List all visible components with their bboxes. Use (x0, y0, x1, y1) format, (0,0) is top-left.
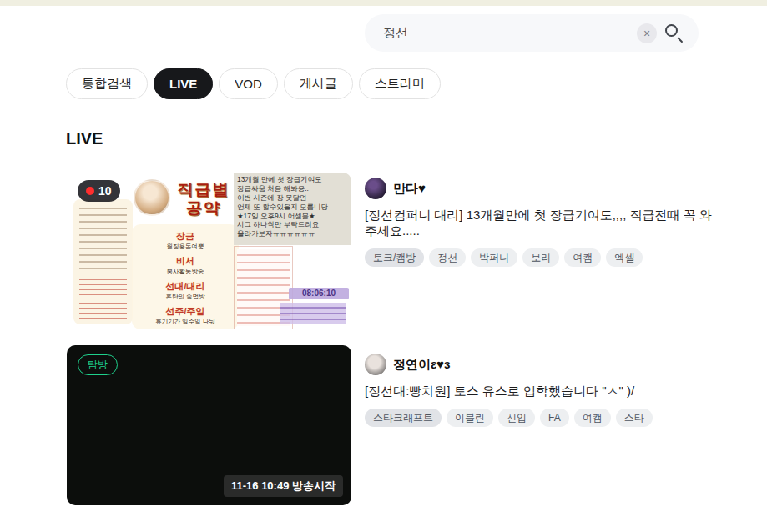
stream-info-1: 만다♥ [정선컴퍼니 대리] 13개월만에 첫 장급기여도,,,, 직급전때 꼭… (365, 178, 724, 267)
tag[interactable]: 보라 (522, 248, 559, 267)
stream-title[interactable]: [정선컴퍼니 대리] 13개월만에 첫 장급기여도,,,, 직급전때 꼭 와주세… (365, 208, 724, 239)
pledge-item: 선대/대리 혼탄의 술먹방 (132, 280, 239, 301)
tag-category[interactable]: 토크/캠방 (365, 248, 424, 267)
stream-thumbnail-2[interactable]: 탐방 11-16 10:49 방송시작 (67, 345, 351, 505)
search-input[interactable] (365, 26, 637, 40)
viewer-count-badge: 10 (78, 180, 120, 202)
streamer-byline[interactable]: 정연이ε♥з (365, 354, 724, 375)
tag-category[interactable]: 스타크래프트 (365, 409, 442, 427)
pledge-item: 선주/주임 휴기기간 일주일 나눠 (132, 305, 239, 326)
pledge-item: 장금 월징용돈여뿡 (132, 230, 239, 251)
broadcast-start-time: 11-16 10:49 방송시작 (224, 475, 343, 497)
live-dot-icon (86, 187, 94, 195)
streamer-name[interactable]: 만다♥ (393, 181, 426, 197)
tab-posts[interactable]: 게시글 (284, 68, 353, 99)
tag-list: 토크/캠방 정선 박퍼니 보라 여캠 엑셀 (365, 248, 724, 267)
music-widget (277, 301, 349, 326)
category-badge: 탐방 (78, 354, 118, 375)
stream-thumbnail-1[interactable]: 직급별 공약 장금 월징용돈여뿡 비서 봉사활동방송 선대/대리 혼탄의 술먹방… (67, 173, 351, 329)
streamer-avatar[interactable] (365, 354, 386, 375)
tag[interactable]: 스타 (616, 409, 653, 427)
top-page-strip (0, 0, 767, 6)
poster-heading: 직급별 공약 (165, 181, 242, 218)
tag[interactable]: 박퍼니 (471, 248, 517, 267)
clear-search-icon[interactable]: × (637, 23, 657, 43)
tab-live[interactable]: LIVE (154, 68, 213, 99)
stream-info-2: 정연이ε♥з [정선대:빵치원] 토스 유스로 입학했습니다 "ㅅ" )/ 스타… (365, 354, 724, 427)
tab-streamer[interactable]: 스트리머 (359, 68, 441, 99)
stream-title[interactable]: [정선대:빵치원] 토스 유스로 입학했습니다 "ㅅ" )/ (365, 384, 724, 399)
streamer-name[interactable]: 정연이ε♥з (393, 357, 450, 373)
streamer-avatar[interactable] (365, 178, 386, 199)
search-filter-tabs: 통합검색 LIVE VOD 게시글 스트리머 (66, 68, 441, 99)
tag[interactable]: 정선 (429, 248, 466, 267)
stream-timer: 08:06:10 (289, 288, 349, 299)
tag[interactable]: 이블린 (447, 409, 493, 427)
section-title-live: LIVE (66, 129, 103, 148)
poster-pledge-list: 장금 월징용돈여뿡 비서 봉사활동방송 선대/대리 혼탄의 술먹방 선주/주임 … (132, 224, 239, 329)
tag[interactable]: 여캠 (564, 248, 601, 267)
search-icon[interactable] (664, 23, 685, 44)
tag[interactable]: 신입 (498, 409, 535, 427)
tag-list: 스타크래프트 이블린 신입 FA 여캠 스타 (365, 409, 724, 427)
tag[interactable]: 엑셀 (606, 248, 643, 267)
poster-price-panel (73, 199, 133, 324)
tab-all[interactable]: 통합검색 (66, 68, 148, 99)
tag[interactable]: 여캠 (574, 409, 611, 427)
streamer-byline[interactable]: 만다♥ (365, 178, 724, 199)
tag[interactable]: FA (540, 409, 569, 427)
search-bar: × (365, 14, 699, 52)
pledge-item: 비서 봉사활동방송 (132, 255, 239, 276)
tab-vod[interactable]: VOD (219, 68, 278, 99)
poster-notice-text: 13개월 만에 첫 장급기여도 장급싸움 처음 해봐용.. 이번 시즌에 장 못… (234, 173, 351, 245)
